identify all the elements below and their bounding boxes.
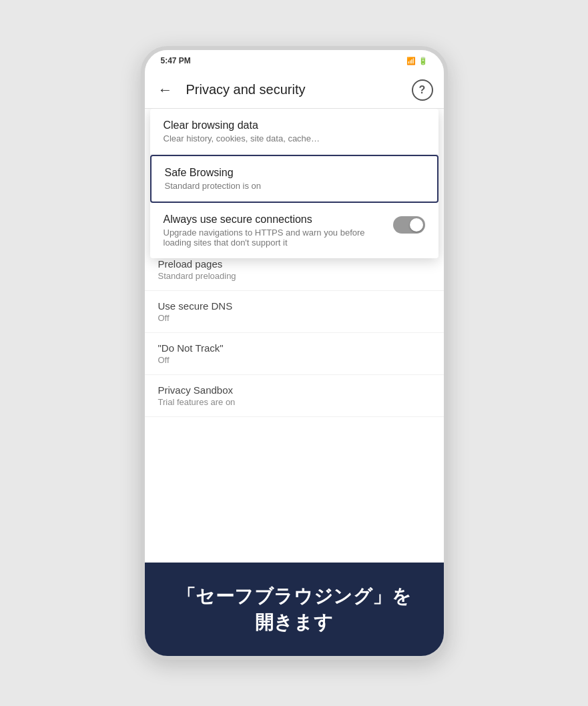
safe-browsing-subtitle: Standard protection is on [165, 181, 424, 191]
secure-connections-subtitle: Upgrade navigations to HTTPS and warn yo… [164, 228, 385, 248]
banner-line1: 「セーフブラウジング」を [177, 586, 412, 607]
status-time: 5:47 PM [161, 56, 191, 65]
list-item-privacy-sandbox[interactable]: Privacy Sandbox Trial features are on [145, 375, 444, 417]
help-button[interactable]: ? [412, 79, 433, 101]
banner-line2: 開きます [255, 612, 333, 633]
content-area: Preload pages Standard preloading Use se… [145, 109, 444, 563]
network-icon: 📶 [406, 57, 416, 65]
background-list: Preload pages Standard preloading Use se… [145, 249, 444, 563]
status-icons: 📶 🔋 [406, 57, 428, 65]
menu-item-clear-browsing[interactable]: Clear browsing data Clear history, cooki… [150, 109, 438, 155]
clear-browsing-title: Clear browsing data [164, 119, 425, 131]
dropdown-card: Clear browsing data Clear history, cooki… [150, 109, 438, 258]
banner-text: 「セーフブラウジング」を 開きます [177, 583, 412, 635]
sandbox-subtitle: Trial features are on [158, 397, 430, 407]
battery-icon: 🔋 [418, 57, 428, 65]
secure-connections-text: Always use secure connections Upgrade na… [164, 214, 385, 248]
preload-title: Preload pages [158, 258, 430, 270]
bottom-banner: 「セーフブラウジング」を 開きます [145, 563, 444, 656]
clear-browsing-subtitle: Clear history, cookies, site data, cache… [164, 133, 425, 143]
toggle-knob [410, 218, 423, 232]
safe-browsing-title: Safe Browsing [165, 167, 424, 179]
page-title: Privacy and security [186, 82, 401, 97]
app-bar: ← Privacy and security ? [145, 71, 444, 109]
dns-title: Use secure DNS [158, 300, 430, 312]
secure-connections-toggle[interactable] [393, 216, 425, 234]
sandbox-title: Privacy Sandbox [158, 384, 430, 396]
menu-item-secure-connections[interactable]: Always use secure connections Upgrade na… [150, 203, 438, 258]
menu-item-safe-browsing[interactable]: Safe Browsing Standard protection is on [150, 155, 438, 203]
preload-subtitle: Standard preloading [158, 271, 430, 281]
back-button[interactable]: ← [156, 79, 176, 101]
list-item-dns[interactable]: Use secure DNS Off [145, 291, 444, 333]
list-item-dnt[interactable]: "Do Not Track" Off [145, 333, 444, 375]
dnt-title: "Do Not Track" [158, 342, 430, 354]
dnt-subtitle: Off [158, 355, 430, 365]
status-bar: 5:47 PM 📶 🔋 [145, 50, 444, 71]
dns-subtitle: Off [158, 313, 430, 323]
phone-frame: 5:47 PM 📶 🔋 ← Privacy and security ? Pre… [141, 46, 448, 660]
secure-connections-title: Always use secure connections [164, 214, 385, 226]
